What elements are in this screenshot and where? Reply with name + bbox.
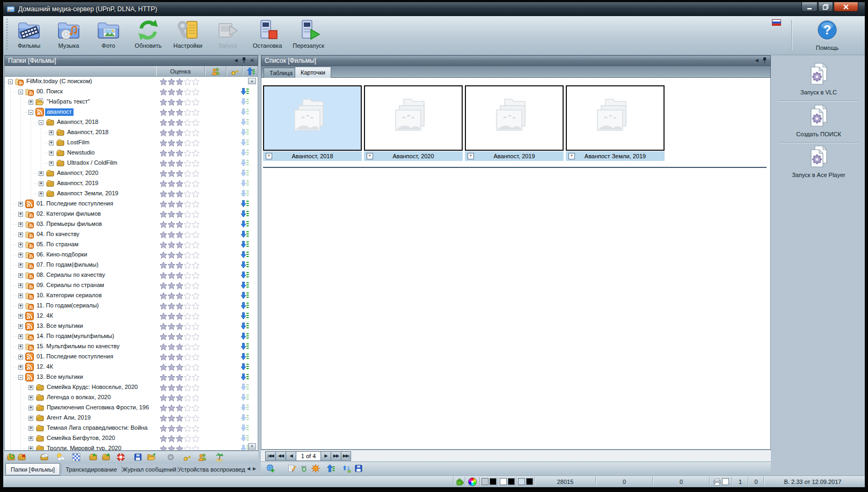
folder-sync-icon[interactable] (6, 453, 15, 461)
tree-item[interactable]: +Аванпост, 2019 (5, 179, 258, 189)
tree-item[interactable]: +Приключения Снеговика Фрости, 196 (5, 403, 258, 413)
tree-item[interactable]: -аванпост (5, 107, 258, 118)
rating-stars[interactable] (159, 394, 200, 402)
maximize-button[interactable] (818, 2, 833, 12)
rating-stars[interactable] (159, 251, 200, 259)
tree-item[interactable]: -13. Все мультики (5, 372, 258, 383)
mosaic-icon[interactable] (72, 453, 81, 461)
view-tab-таблица[interactable]: Таблица (264, 68, 298, 78)
expand-toggle[interactable]: + (18, 202, 23, 207)
card-expand-button[interactable]: + (568, 153, 575, 159)
sidebar-grip[interactable] (777, 58, 860, 60)
toolbar-grip[interactable] (5, 19, 9, 51)
rating-stars[interactable] (159, 78, 200, 86)
rating-column-header[interactable]: Оценка (156, 66, 205, 76)
ace-player-launch-button[interactable]: Запуск в Ace Player (772, 144, 865, 178)
tree-item[interactable]: +05. По странам (5, 240, 258, 250)
folder-card[interactable]: +Аванпост Земли, 2019 (566, 85, 665, 161)
lifebuoy-icon[interactable] (116, 453, 125, 461)
last-page-button[interactable]: ▶▶| (341, 451, 351, 461)
rating-stars[interactable] (159, 363, 200, 371)
tree-item[interactable]: +Аванпост Земли, 2019 (5, 189, 258, 199)
next-page-button[interactable]: ▶ (320, 451, 331, 461)
expand-toggle[interactable]: + (18, 355, 23, 359)
tree-item[interactable]: -Аванпост, 2018 (5, 118, 258, 128)
media-transfer-icon[interactable] (342, 464, 351, 473)
rating-stars[interactable] (159, 414, 200, 422)
tree-item[interactable]: +15. Мультфильмы по качеству (5, 342, 258, 352)
tree-item[interactable]: +Newstudio (5, 148, 258, 158)
tree-item[interactable]: +12. 4К (5, 362, 258, 372)
rating-stars[interactable] (159, 261, 200, 269)
tree-item[interactable]: +Легенда о волках, 2020 (5, 393, 258, 403)
tree-item[interactable]: +13. Все мультики (5, 321, 258, 332)
tree-item[interactable]: +Агент Али, 2019 (5, 413, 258, 423)
expand-toggle[interactable]: + (18, 243, 23, 247)
help-button[interactable]: ? Помощь (805, 18, 850, 51)
bottom-tab-1[interactable]: Папки [Фильмы] (5, 463, 60, 475)
rating-stars[interactable] (159, 445, 200, 451)
rating-stars[interactable] (159, 404, 200, 412)
tree-item[interactable]: +10. Категории сериалов (5, 291, 258, 301)
expand-toggle[interactable]: + (18, 222, 23, 227)
rating-stars[interactable] (159, 159, 200, 167)
rating-stars[interactable] (159, 210, 200, 218)
bottom-tab-4[interactable]: Устройства воспроизвед (177, 465, 245, 474)
expand-toggle[interactable]: - (8, 79, 13, 84)
gear-icon[interactable] (166, 453, 175, 461)
collapse-panel-icon[interactable]: ◀ (234, 58, 237, 63)
expand-toggle[interactable]: + (28, 436, 33, 441)
folder-import-icon[interactable] (89, 453, 97, 461)
card-expand-button[interactable]: + (367, 153, 373, 159)
expand-toggle[interactable]: + (18, 263, 23, 268)
folder-cloud-icon[interactable] (40, 453, 48, 461)
tree-item[interactable]: +04. По качеству (5, 230, 258, 240)
folder-export-icon[interactable] (101, 453, 110, 461)
close-button[interactable] (834, 2, 858, 12)
sort-column-header[interactable] (242, 66, 259, 76)
expand-toggle[interactable]: + (18, 324, 23, 329)
films-button[interactable]: Фильмы (9, 16, 49, 55)
tabs-scroll-left-icon[interactable]: ◀ (247, 466, 250, 472)
rating-stars[interactable] (159, 119, 200, 127)
rating-stars[interactable] (159, 200, 200, 208)
expand-toggle[interactable]: + (39, 181, 43, 186)
weather-icon[interactable] (56, 453, 65, 461)
expand-toggle[interactable]: - (39, 120, 43, 125)
rating-stars[interactable] (159, 384, 200, 392)
photo-button[interactable]: Фото (89, 16, 128, 55)
view-tab-карточки[interactable]: Карточки (295, 67, 331, 78)
expand-toggle[interactable]: - (28, 110, 33, 115)
tabs-scroll-right-icon[interactable]: ▶ (253, 466, 256, 472)
language-flag-icon[interactable] (772, 18, 781, 25)
rating-stars[interactable] (159, 424, 200, 432)
tree-item[interactable]: +Семейка Бигфутов, 2020 (5, 434, 258, 444)
tree-item[interactable]: +07. По годам(фильмы) (5, 260, 258, 270)
folder-card[interactable]: +Аванпост, 2019 (465, 85, 564, 161)
tree-item[interactable]: +"Набрать текст" (5, 97, 258, 107)
rating-stars[interactable] (159, 292, 200, 300)
expand-toggle[interactable]: + (28, 426, 33, 431)
access-column-header[interactable] (226, 66, 243, 76)
first-page-button[interactable]: |◀◀ (265, 451, 275, 461)
expand-toggle[interactable]: + (18, 344, 23, 349)
tree-item[interactable]: +Темная Лига справедливости: Война (5, 423, 258, 434)
close-panel-icon[interactable]: ✕ (250, 58, 254, 63)
rating-stars[interactable] (159, 190, 200, 198)
recycle-icon[interactable] (300, 464, 308, 473)
rating-stars[interactable] (159, 282, 200, 290)
rating-stars[interactable] (159, 88, 200, 96)
card-expand-button[interactable]: + (468, 153, 474, 159)
expand-toggle[interactable]: + (28, 385, 33, 390)
rating-stars[interactable] (159, 322, 200, 331)
expand-toggle[interactable]: + (18, 314, 23, 319)
tree-item[interactable]: +14. По годам(мультфильмы) (5, 332, 258, 342)
card-expand-button[interactable]: + (266, 153, 272, 159)
refresh-button[interactable]: Обновить (128, 16, 168, 55)
expand-toggle[interactable]: + (49, 151, 54, 156)
tree-item[interactable]: +11. По годам(сериалы) (5, 301, 258, 311)
expand-toggle[interactable]: - (18, 90, 23, 94)
expand-toggle[interactable]: + (28, 416, 33, 421)
tree-item[interactable]: +01. Последние поступления (5, 352, 258, 362)
expand-toggle[interactable]: + (39, 192, 43, 196)
